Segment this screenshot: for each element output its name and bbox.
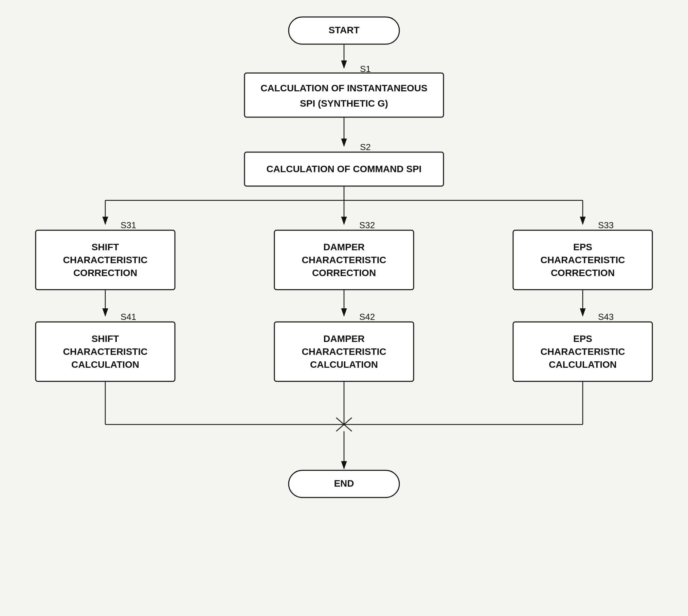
- s1-node: [245, 73, 443, 117]
- s2-text: CALCULATION OF COMMAND SPI: [267, 164, 422, 174]
- s1-label: S1: [360, 64, 371, 74]
- start-label: START: [328, 25, 359, 35]
- s41-text-line1: SHIFT: [92, 333, 119, 344]
- s43-text-line3: CALCULATION: [549, 359, 617, 370]
- s31-text-line2: CHARACTERISTIC: [63, 255, 148, 265]
- s31-label: S31: [121, 220, 136, 230]
- s41-label: S41: [121, 312, 136, 322]
- s32-text-line1: DAMPER: [323, 242, 364, 252]
- s31-text-line1: SHIFT: [92, 242, 119, 252]
- s42-text-line1: DAMPER: [323, 333, 364, 344]
- s1-text-line2: SPI (SYNTHETIC G): [300, 98, 388, 109]
- s43-label: S43: [598, 312, 614, 322]
- s33-text-line2: CHARACTERISTIC: [541, 255, 625, 265]
- end-label: END: [334, 478, 354, 489]
- diagram-container: START S1 CALCULATION OF INSTANTANEOUS SP…: [0, 0, 688, 616]
- s32-text-line3: CORRECTION: [312, 268, 376, 278]
- s43-text-line1: EPS: [573, 333, 592, 344]
- s43-text-line2: CHARACTERISTIC: [541, 346, 625, 357]
- s32-label: S32: [359, 220, 375, 230]
- s31-text-line3: CORRECTION: [73, 268, 137, 278]
- s33-text-line3: CORRECTION: [551, 268, 615, 278]
- s1-text-line1: CALCULATION OF INSTANTANEOUS: [260, 83, 428, 93]
- s41-text-line3: CALCULATION: [71, 359, 139, 370]
- s2-label: S2: [360, 142, 371, 152]
- s33-text-line1: EPS: [573, 242, 592, 252]
- s42-text-line2: CHARACTERISTIC: [302, 346, 386, 357]
- s42-label: S42: [359, 312, 375, 322]
- s42-text-line3: CALCULATION: [310, 359, 378, 370]
- s41-text-line2: CHARACTERISTIC: [63, 346, 148, 357]
- s32-text-line2: CHARACTERISTIC: [302, 255, 386, 265]
- s33-label: S33: [598, 220, 614, 230]
